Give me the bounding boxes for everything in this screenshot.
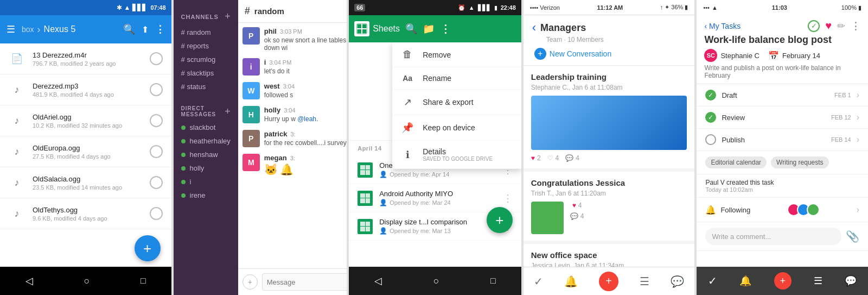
channel-item-reports[interactable]: # reports: [174, 39, 238, 53]
message-input[interactable]: [262, 273, 347, 291]
dm-irene[interactable]: irene: [174, 189, 238, 202]
recents-nav-icon[interactable]: □: [141, 276, 146, 286]
dm-holly[interactable]: holly: [174, 161, 238, 175]
like-button[interactable]: ♥: [825, 20, 832, 32]
file-more-icon[interactable]: ⋮: [503, 192, 513, 204]
file-check[interactable]: [150, 176, 163, 189]
chat-nav-icon[interactable]: 💬: [845, 275, 857, 287]
file-item-0[interactable]: 13 Derezzed.m4r 796.7 KB, modified 2 yea…: [0, 43, 171, 74]
bell-nav-icon[interactable]: 🔔: [564, 275, 578, 288]
recents-nav-icon[interactable]: □: [490, 276, 496, 286]
menu-details[interactable]: ℹ Details SAVED TO GOOGLE DRIVE: [392, 141, 521, 169]
menu-label: Share & export: [423, 98, 473, 106]
back-nav-icon[interactable]: ◁: [25, 275, 33, 287]
folder-icon[interactable]: 📁: [423, 23, 435, 35]
dm-heatherhaley[interactable]: heatherhaley: [174, 134, 238, 148]
edit-button[interactable]: ✏: [837, 20, 845, 32]
subtask-chevron: [857, 112, 859, 122]
back-button[interactable]: ‹ My Tasks: [704, 22, 741, 30]
more-icon[interactable]: [440, 22, 451, 35]
menu-remove[interactable]: 🗑 Remove: [392, 42, 521, 67]
dm-henshaw[interactable]: henshaw: [174, 148, 238, 161]
list-nav-icon[interactable]: ☰: [814, 275, 822, 287]
home-nav-icon[interactable]: ○: [433, 275, 439, 287]
chat-header: # random: [238, 0, 347, 23]
subtask-check[interactable]: [705, 134, 716, 145]
message-i: i i 3:04 PM let's do it: [242, 58, 347, 76]
search-icon[interactable]: 🔍: [123, 23, 135, 35]
channel-item-status[interactable]: # status: [174, 80, 238, 93]
file-check[interactable]: [150, 207, 163, 220]
new-conversation-button[interactable]: + New Conversation: [534, 48, 686, 60]
person-icon: 👤: [379, 171, 387, 178]
page-subtitle: Team · 10 Members: [546, 36, 686, 43]
file-check[interactable]: [150, 83, 163, 96]
subtask-check-done[interactable]: ✓: [705, 112, 716, 123]
add-channel-icon[interactable]: +: [225, 11, 231, 22]
fab-add-button[interactable]: +: [135, 235, 161, 261]
wifi-icon: ▲: [124, 4, 131, 11]
add-dm-icon[interactable]: +: [225, 106, 231, 117]
signal-dots: •••: [703, 4, 710, 11]
file-sub-text: Opened by me: Mar 13: [390, 228, 451, 234]
file-item-4[interactable]: OldSalacia.ogg 23.5 KB, modified 14 minu…: [0, 167, 171, 198]
heart-icon: ♥: [572, 202, 576, 209]
channel-item-scrumlog[interactable]: # scrumlog: [174, 53, 238, 66]
creator-section: Paul V created this task Today at 10:02a…: [697, 174, 868, 198]
statusbar-4: •••• Verizon 11:12 AM ↑ ✦ 36% ▮: [524, 0, 695, 15]
subtask-publish: Publish FEB 14: [697, 129, 868, 151]
comment-placeholder: Write a comment...: [712, 233, 771, 241]
slack-chat-area: # random P phil 3:03 PM ok so new snort …: [238, 0, 347, 295]
channel-item-random[interactable]: # random: [174, 26, 238, 39]
subtasks-content: ✓ Draft FEB 1 ✓ Review FEB 12 Publish FE…: [697, 84, 868, 267]
info-icon: ℹ: [401, 149, 414, 161]
tag-editorial: Editorial calendar: [705, 156, 767, 168]
bluetooth-icon: ✱: [117, 4, 122, 11]
home-nav-icon[interactable]: ○: [84, 275, 90, 287]
attach-button[interactable]: +: [242, 274, 258, 290]
following-section: 🔔 Following: [697, 198, 868, 222]
bottom-navbar-5: ✓ 🔔 + ☰ 💬: [697, 267, 868, 295]
share-icon[interactable]: ⬆: [142, 24, 149, 35]
menu-icon[interactable]: [7, 23, 15, 35]
file-check[interactable]: [150, 52, 163, 65]
subtask-date: FEB 14: [831, 136, 851, 143]
menu-keep-on-device[interactable]: 📌 Keep on device: [392, 115, 521, 141]
sheets-icon: [354, 21, 369, 36]
search-icon[interactable]: 🔍: [405, 23, 417, 35]
file-item-5[interactable]: OldTethys.ogg 9.6 KB, modified 4 days ag…: [0, 198, 171, 229]
complete-task-button[interactable]: ✓: [808, 20, 820, 32]
file-item-2[interactable]: OldAriel.ogg 10.2 KB, modified 32 minute…: [0, 105, 171, 136]
list-nav-icon[interactable]: ☰: [640, 275, 649, 288]
person-icon: 👤: [379, 199, 387, 206]
comment-icon: ♡: [547, 154, 553, 162]
back-nav-icon[interactable]: ◁: [374, 275, 382, 287]
chat-nav-icon[interactable]: 💬: [671, 275, 684, 288]
bell-nav-icon[interactable]: 🔔: [739, 275, 751, 287]
more-options-button[interactable]: [851, 20, 860, 32]
back-button[interactable]: [532, 21, 536, 35]
add-nav-button[interactable]: +: [599, 272, 618, 291]
check-nav-icon[interactable]: ✓: [708, 274, 717, 287]
dm-slackbot[interactable]: slackbot: [174, 121, 238, 134]
message-input-area: +: [238, 268, 347, 295]
rename-icon: Aa: [401, 74, 414, 83]
messages-list: P phil 3:03 PM ok so new snort a line ta…: [238, 23, 347, 268]
file-check[interactable]: [150, 114, 163, 127]
fab-add-button[interactable]: +: [487, 207, 513, 233]
channel-item-slacktips[interactable]: # slacktips: [174, 66, 238, 80]
subtask-check-done[interactable]: ✓: [705, 90, 716, 101]
avatar-phil: P: [242, 27, 260, 45]
attach-icon[interactable]: 📎: [846, 230, 859, 243]
file-item-1[interactable]: Derezzed.mp3 481.9 KB, modified 4 days a…: [0, 74, 171, 105]
comment-input[interactable]: Write a comment...: [705, 228, 841, 245]
menu-share-export[interactable]: ↗ Share & export: [392, 90, 521, 115]
dm-i[interactable]: i: [174, 175, 238, 189]
add-nav-button[interactable]: +: [774, 272, 792, 290]
file-item-3[interactable]: OldEuropa.ogg 27.5 KB, modified 4 days a…: [0, 136, 171, 167]
menu-rename[interactable]: Aa Rename: [392, 67, 521, 90]
check-nav-icon[interactable]: ✓: [534, 275, 543, 288]
file-check[interactable]: [150, 145, 163, 158]
follower-avatar-2: [807, 203, 820, 216]
more-icon[interactable]: [155, 23, 165, 35]
